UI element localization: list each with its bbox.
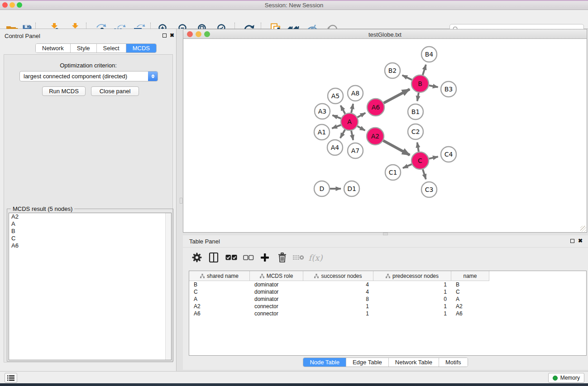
graph-edge-B-B1[interactable]	[417, 93, 419, 101]
graph-node-A5[interactable]: A5	[328, 88, 343, 104]
table-cell[interactable]: C	[189, 288, 250, 295]
column-view-button[interactable]	[206, 250, 221, 265]
tab-edge-table[interactable]: Edge Table	[346, 358, 389, 367]
graph-edge-A-A3[interactable]	[332, 115, 341, 119]
table-cell[interactable]: 0	[373, 295, 451, 303]
table-cell[interactable]: 4	[303, 281, 373, 288]
table-cell[interactable]: connector	[250, 303, 303, 310]
table-cell[interactable]: dominator	[250, 281, 303, 288]
table-row[interactable]: A2connector11A2	[189, 303, 489, 310]
float-panel-icon[interactable]	[163, 33, 167, 38]
graph-edge-A-A2[interactable]	[357, 126, 365, 130]
column-header-shared-name[interactable]: shared name	[189, 271, 250, 281]
graph-edge-C-C1[interactable]	[403, 164, 412, 168]
table-row[interactable]: Bdominator41B	[189, 281, 489, 288]
select-all-columns-button[interactable]	[224, 250, 239, 265]
graph-node-C3[interactable]: C3	[421, 182, 437, 197]
graph-edge-A2-C[interactable]	[383, 141, 410, 155]
table-cell[interactable]: B	[451, 281, 489, 288]
criterion-dropdown[interactable]: largest connected component (directed)	[19, 71, 158, 81]
task-history-button[interactable]	[5, 373, 17, 383]
unselect-all-columns-button[interactable]	[241, 250, 256, 265]
network-canvas[interactable]: B4B2BB3A5A8A6A3B1AA1C2A2A4A7C4CC1DD1C3	[183, 39, 587, 233]
mcds-result-list[interactable]: A2ABCA6	[9, 213, 172, 360]
table-cell[interactable]: 1	[373, 281, 451, 288]
table-cell[interactable]: A2	[451, 303, 489, 310]
graph-edge-C-C2[interactable]	[417, 143, 419, 152]
table-cell[interactable]: A	[189, 295, 250, 303]
table-cell[interactable]: 1	[303, 310, 373, 317]
table-cell[interactable]: dominator	[250, 295, 303, 303]
graph-edge-B-B3[interactable]	[429, 86, 438, 87]
window-resize-grip[interactable]	[580, 226, 586, 232]
table-cell[interactable]: A	[451, 295, 489, 303]
tab-motifs[interactable]: Motifs	[439, 358, 468, 367]
table-cell[interactable]: B	[189, 281, 250, 288]
graph-edge-A6-B[interactable]	[384, 89, 410, 103]
table-cell[interactable]: C	[451, 288, 489, 295]
mcds-result-item[interactable]: B	[9, 228, 171, 235]
table-cell[interactable]: 1	[373, 310, 451, 317]
graph-node-A2[interactable]: A2	[367, 128, 384, 145]
mcds-result-item[interactable]: A	[9, 220, 171, 228]
graph-node-C4[interactable]: C4	[441, 147, 456, 162]
graph-node-B1[interactable]: B1	[408, 104, 423, 119]
memory-button[interactable]: Memory	[548, 373, 584, 383]
graph-edge-A-A7[interactable]	[351, 131, 353, 140]
graph-node-B2[interactable]: B2	[385, 63, 400, 78]
graph-edge-A-A5[interactable]	[340, 105, 345, 114]
mcds-result-item[interactable]: A6	[9, 242, 171, 249]
column-header-successor-nodes[interactable]: successor nodes	[303, 271, 373, 281]
table-cell[interactable]: A6	[451, 310, 489, 317]
column-header-name[interactable]: name	[451, 271, 489, 281]
close-panel-icon[interactable]: ✖	[170, 32, 174, 38]
table-cell[interactable]: A2	[189, 303, 250, 310]
graph-node-B[interactable]: B	[411, 75, 429, 92]
table-row[interactable]: A6connector11A6	[189, 310, 489, 317]
table-row[interactable]: Cdominator41C	[189, 288, 489, 295]
graph-node-D1[interactable]: D1	[344, 181, 359, 196]
graph-node-D[interactable]: D	[314, 181, 330, 196]
graph-node-A3[interactable]: A3	[315, 104, 330, 119]
tab-select[interactable]: Select	[97, 44, 126, 52]
tab-style[interactable]: Style	[71, 44, 97, 52]
graph-node-A8[interactable]: A8	[348, 86, 363, 101]
add-column-button[interactable]	[257, 250, 272, 265]
run-mcds-button[interactable]: Run MCDS	[42, 86, 86, 96]
table-cell[interactable]: 8	[303, 295, 373, 303]
graph-node-A[interactable]: A	[341, 113, 358, 130]
graph-edge-B-B4[interactable]	[423, 65, 426, 75]
delete-table-button[interactable]	[291, 250, 306, 265]
graph-edge-B-B2[interactable]	[402, 75, 412, 80]
graph-node-A6[interactable]: A6	[367, 99, 384, 116]
graph-edge-C-C3[interactable]	[423, 169, 426, 179]
close-panel-button[interactable]: Close panel	[91, 86, 139, 96]
graph-node-A4[interactable]: A4	[327, 140, 343, 155]
graph-node-C[interactable]: C	[411, 152, 429, 169]
mcds-result-item[interactable]: C	[9, 235, 171, 242]
graph-node-A1[interactable]: A1	[314, 124, 330, 140]
tab-network[interactable]: Network	[36, 44, 71, 52]
column-header-MCDS-role[interactable]: MCDS role	[250, 271, 303, 281]
table-cell[interactable]: 4	[303, 288, 373, 295]
tab-mcds[interactable]: MCDS	[126, 44, 156, 52]
graph-edge-A-A6[interactable]	[358, 113, 366, 118]
graph-node-B4[interactable]: B4	[421, 47, 437, 62]
table-row[interactable]: Adominator80A	[189, 295, 489, 303]
mcds-result-item[interactable]: A2	[9, 213, 171, 220]
graph-edge-A-A1[interactable]	[332, 125, 341, 128]
table-cell[interactable]: dominator	[250, 288, 303, 295]
graph-node-A7[interactable]: A7	[348, 143, 363, 158]
graph-edge-C-C4[interactable]	[429, 157, 438, 158]
network-window-titlebar[interactable]: testGlobe.txt	[183, 29, 587, 39]
table-settings-button[interactable]	[189, 250, 205, 265]
table-close-icon[interactable]: ✖	[578, 238, 583, 244]
table-cell[interactable]: connector	[250, 310, 303, 317]
divider-grip[interactable]	[180, 198, 182, 204]
graph-node-B3[interactable]: B3	[441, 81, 456, 97]
table-cell[interactable]: 1	[373, 288, 451, 295]
table-cell[interactable]: 1	[303, 303, 373, 310]
apply-function-button[interactable]: f(x)	[308, 250, 323, 265]
tab-node-table[interactable]: Node Table	[303, 358, 346, 367]
table-float-icon[interactable]	[570, 239, 574, 243]
